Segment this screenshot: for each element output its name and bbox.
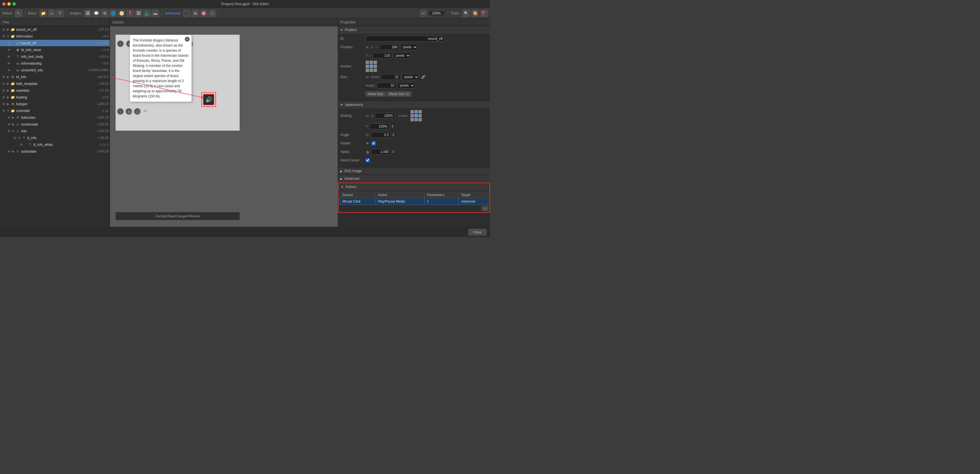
image-btn-4[interactable]: 🌐	[110, 10, 117, 17]
tree-item-tt-info-white[interactable]: 👁 T tt_info_white ↘-1,-1	[0, 141, 110, 148]
anchor-br[interactable]	[374, 69, 377, 72]
position-y-input[interactable]	[372, 53, 392, 58]
center-bc[interactable]	[414, 118, 418, 121]
tree-item-ht-info-close[interactable]: 👁 ⊗ ht_info_close ↙1,4	[0, 46, 110, 53]
tree-item-info[interactable]: 👁 ▼ ℹ info ↘190,10	[0, 128, 110, 134]
expand-movemode[interactable]: ▶	[11, 123, 15, 126]
zoom-value[interactable]: 100%	[428, 10, 445, 16]
tree-item-info-text-body[interactable]: 👁 T info_text_body ↘10,14	[0, 53, 110, 60]
eye-icon-sound-on-off[interactable]: 👁	[1, 27, 6, 32]
anchor-tc[interactable]	[370, 61, 373, 64]
position-x-input[interactable]	[379, 44, 399, 50]
anchor-grid[interactable]	[366, 61, 377, 72]
tree-item-information[interactable]: 👁 ▼ 📁 information ↙0,0	[0, 33, 110, 40]
canvas-ctrl-b1[interactable]: ○	[117, 108, 124, 115]
tree-item-sound-off[interactable]: 👁 🔊 sound_off ↘268,216	[0, 40, 110, 46]
tree-item-fullscreen[interactable]: 👁 ▶ ⊞ fullscreen ↘250,10	[0, 114, 110, 121]
tree-item-screentint-info[interactable]: 👁 ▭ screentint_info ↘0.00%,0.00%	[0, 67, 110, 73]
expand-ht-info[interactable]: ▶	[6, 75, 10, 79]
center-tr[interactable]	[418, 110, 422, 113]
adv-btn-2[interactable]: ⊞	[192, 10, 199, 17]
center-br[interactable]	[418, 118, 422, 121]
tools-btn-2[interactable]: 🎨	[471, 10, 479, 17]
eye-icon-information[interactable]: 👁	[1, 34, 6, 39]
anchor-tr[interactable]	[374, 61, 377, 64]
info-popup-close[interactable]: ✕	[185, 37, 190, 42]
center-ml[interactable]	[410, 114, 414, 117]
center-mr[interactable]	[418, 114, 422, 117]
expand-userdata[interactable]: ▶	[6, 89, 10, 93]
anchor-bc[interactable]	[370, 69, 373, 72]
expand-hotspot[interactable]: ▶	[6, 102, 10, 106]
eye-icon-movemode[interactable]: 👁	[6, 122, 11, 127]
window-controls[interactable]	[2, 2, 16, 6]
position-x-unit[interactable]: pixels %	[400, 44, 418, 50]
scale-y-input[interactable]	[370, 124, 389, 129]
hand-cursor-checkbox[interactable]	[366, 158, 370, 162]
image-btn-8[interactable]: 📺	[143, 10, 151, 17]
section-advanced-header[interactable]: ▶ Advanced	[338, 175, 490, 182]
tree-item-ht-info[interactable]: 👁 ▶ ⚙ ht_info ↘94,211	[0, 73, 110, 80]
expand-controller[interactable]: ▼	[6, 109, 10, 113]
add-action-button[interactable]: +	[482, 206, 488, 211]
center-bl[interactable]	[410, 118, 414, 121]
section-appearance-header[interactable]: ▼ Appearance	[338, 101, 490, 109]
tree-item-controller[interactable]: 👁 ▼ 📁 controller ↑1,15	[0, 107, 110, 114]
basic-text-button[interactable]: T	[56, 10, 64, 17]
position-y-unit[interactable]: pixels %	[393, 53, 410, 59]
visible-checkbox[interactable]	[372, 141, 375, 145]
expand-info[interactable]: ▼	[11, 129, 15, 133]
center-tc[interactable]	[414, 110, 418, 113]
tree-item-hide-template[interactable]: 👁 ▶ 📁 hide_template ↘10,10	[0, 80, 110, 87]
eye-icon-controller[interactable]: 👁	[1, 109, 6, 113]
eye-icon-fullscreen[interactable]: 👁	[6, 115, 11, 120]
width-unit[interactable]: pixels	[402, 74, 419, 80]
section-actions-header[interactable]: ▼ Actions	[339, 183, 490, 190]
reset-size-button[interactable]: Reset Size	[366, 91, 386, 96]
angle-input[interactable]	[371, 132, 391, 138]
close-window-button[interactable]	[2, 2, 6, 6]
maximize-window-button[interactable]	[13, 2, 16, 6]
eye-icon-hide-template[interactable]: 👁	[1, 81, 6, 86]
center-tl[interactable]	[410, 110, 414, 113]
eye-icon-screentint-info[interactable]: 👁	[6, 68, 11, 73]
basic-folder-button[interactable]: 📁	[40, 10, 47, 17]
alpha-input[interactable]	[371, 149, 391, 155]
image-btn-2[interactable]: 💬	[92, 10, 100, 17]
expand-autorotate[interactable]: ▶	[11, 150, 15, 153]
anchor-bl[interactable]	[366, 69, 369, 72]
section-position-header[interactable]: ▼ Position	[338, 26, 490, 34]
scale-x-input[interactable]	[375, 113, 395, 118]
undo-button[interactable]: ↩	[420, 10, 427, 17]
image-btn-7[interactable]: 🖼	[135, 10, 142, 17]
tree-item-userdata[interactable]: 👁 ▶ 📁 userdata ↙0,-10	[0, 87, 110, 94]
canvas-ctrl-b3[interactable]: ⬡	[134, 108, 141, 115]
tools-btn-1[interactable]: 🔍	[462, 10, 470, 17]
tree-item-tt-info[interactable]: 👁 ▼ T tt_info ↘-55,36	[0, 134, 110, 141]
eye-icon-informationbg[interactable]: 👁	[6, 61, 11, 66]
anchor-ml[interactable]	[366, 65, 369, 68]
alpha-stepper[interactable]: ⬍	[392, 150, 395, 154]
id-input[interactable]	[366, 36, 445, 41]
image-btn-6[interactable]: 📍	[126, 10, 134, 17]
image-btn-9[interactable]: ▬	[152, 10, 159, 17]
height-unit[interactable]: pixels	[398, 82, 415, 89]
tree-item-hotspot[interactable]: 👁 ▶ ⚙ hotspot ↘350,20	[0, 101, 110, 107]
adv-btn-4[interactable]: ⬡	[208, 10, 216, 17]
eye-icon-tt-info[interactable]: 👁	[13, 136, 18, 140]
eye-icon-hotspot[interactable]: 👁	[1, 102, 6, 107]
eye-icon-sound-off[interactable]: 👁	[6, 41, 11, 46]
adv-btn-1[interactable]: ⬛	[183, 10, 191, 17]
minimize-window-button[interactable]	[7, 2, 11, 6]
image-btn-5[interactable]: 🧭	[118, 10, 125, 17]
expand-hide-template[interactable]: ▶	[6, 82, 10, 86]
canvas-ctrl-b2[interactable]: ◎	[126, 108, 132, 115]
section-svg-image-header[interactable]: ▶ SVG Image	[338, 167, 490, 175]
height-input[interactable]	[377, 83, 396, 88]
tree-item-autorotate[interactable]: 👁 ▶ ↻ autorotate ↘160,10	[0, 148, 110, 155]
eye-icon-userdata[interactable]: 👁	[1, 88, 6, 93]
tree-item-sound-on-off[interactable]: 👁 ▶ 📁 sound_on_off ↙37,21	[0, 26, 110, 33]
close-editor-button[interactable]: Close	[468, 229, 487, 236]
tree-item-informationbg[interactable]: 👁 ▭ informationbg ↘0,0	[0, 60, 110, 67]
center-mc[interactable]	[414, 114, 418, 117]
